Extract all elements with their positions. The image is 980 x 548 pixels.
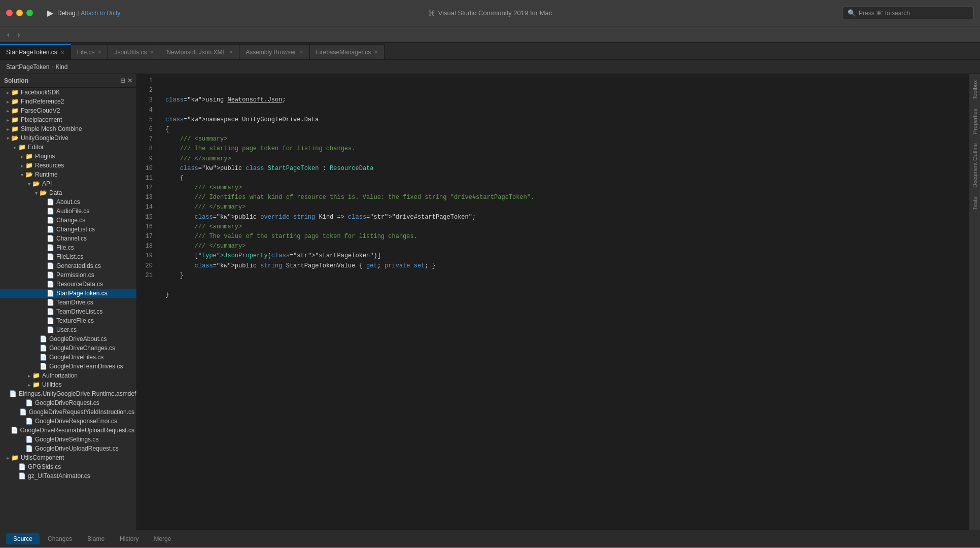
sidebar-item-teamdrive-cs[interactable]: 📄TeamDrive.cs	[0, 298, 136, 307]
sidebar-item-utilscomponent[interactable]: ▸📁UtilsComponent	[0, 453, 136, 462]
sidebar-item-plugins[interactable]: ▸📁Plugins	[0, 152, 136, 161]
sidebar-item-unitygoogledrive[interactable]: ▾📂UnityGoogleDrive	[0, 133, 136, 143]
sidebar-item-api[interactable]: ▾📂API	[0, 179, 136, 188]
sidebar-item-audiofile-cs[interactable]: 📄AudioFile.cs	[0, 207, 136, 216]
sidebar-expand-icon[interactable]: ⊟	[120, 77, 125, 84]
sidebar-item-facebooksdk[interactable]: ▸📁FacebookSDK	[0, 88, 136, 97]
tree-item-label: GoogleDriveFiles.cs	[49, 354, 103, 361]
cs-file-icon: 📄	[47, 308, 54, 315]
sidebar-item-googledrivechanges-cs[interactable]: 📄GoogleDriveChanges.cs	[0, 344, 136, 353]
search-bar[interactable]: 🔍 Press ⌘' to search	[842, 7, 974, 19]
sidebar-item-startpagetoken-cs[interactable]: 📄StartPageToken.cs	[0, 289, 136, 298]
tab-close-icon[interactable]: ✕	[150, 49, 154, 55]
code-line	[165, 281, 963, 290]
code-area[interactable]: class="kw">using Newtonsoft.Json; class=…	[159, 74, 969, 530]
sidebar-item-simple-mesh-combine[interactable]: ▸📁Simple Mesh Combine	[0, 124, 136, 133]
line-number: 6	[141, 125, 155, 134]
folder-icon: 📁	[11, 454, 19, 461]
sidebar-item-data[interactable]: ▾📂Data	[0, 188, 136, 197]
cs-file-icon: 📄	[47, 290, 54, 297]
sidebar-item-resourcedata-cs[interactable]: 📄ResourceData.cs	[0, 280, 136, 289]
tree-item-label: ParseCloudV2	[21, 107, 60, 114]
btab-source[interactable]: Source	[6, 533, 40, 544]
forward-button[interactable]: ›	[15, 29, 23, 40]
btab-blame[interactable]: Blame	[80, 533, 112, 544]
sidebar-item-eiringus-unitygoogledrive-runtime-asmdef[interactable]: 📄Eiringus.UnityGoogleDrive.Runtime.asmde…	[0, 389, 136, 398]
folder-arrow-icon: ▾	[25, 181, 32, 187]
back-button[interactable]: ‹	[4, 29, 13, 40]
sidebar-item-googledriverequest-cs[interactable]: 📄GoogleDriveRequest.cs	[0, 398, 136, 407]
sidebar-item-runtime[interactable]: ▾📂Runtime	[0, 170, 136, 179]
tab-firebasemanager-cs[interactable]: FirebaseManager.cs✕	[310, 44, 385, 59]
sidebar-item-channel-cs[interactable]: 📄Channel.cs	[0, 234, 136, 243]
tab-jsonutils-cs[interactable]: JsonUtils.cs✕	[108, 44, 160, 59]
line-number: 10	[141, 164, 155, 174]
tab-close-icon[interactable]: ✕	[60, 50, 64, 55]
document-outline-tab[interactable]: Document Outline	[970, 139, 980, 192]
sidebar-item-pixelplacement[interactable]: ▸📁Pixelplacement	[0, 115, 136, 124]
sidebar-item-findreference2[interactable]: ▸📁FindReference2	[0, 97, 136, 106]
tab-close-icon[interactable]: ✕	[97, 49, 101, 55]
tab-newtonsoft-json-xml[interactable]: Newtonsoft.Json.XML✕	[160, 44, 239, 59]
cs-file-icon: 📄	[40, 345, 47, 352]
sidebar-item-permission-cs[interactable]: 📄Permission.cs	[0, 270, 136, 280]
sidebar-item-googledriveteamdrives-cs[interactable]: 📄GoogleDriveTeamDrives.cs	[0, 362, 136, 371]
tab-assembly-browser[interactable]: Assembly Browser✕	[239, 44, 309, 59]
sidebar-item-generatedids-cs[interactable]: 📄GeneratedIds.cs	[0, 261, 136, 270]
tab-file-cs[interactable]: File.cs✕	[71, 44, 109, 59]
tab-close-icon[interactable]: ✕	[374, 49, 378, 55]
sidebar-item-googledriverequestyieldinstruction-cs[interactable]: 📄GoogleDriveRequestYieldInstruction.cs	[0, 407, 136, 417]
sidebar-item-resources[interactable]: ▸📁Resources	[0, 161, 136, 170]
minimize-button[interactable]	[16, 10, 23, 16]
sidebar-item-gz-uitoastanimator-cs[interactable]: 📄gz_UIToastAnimator.cs	[0, 471, 136, 481]
solution-explorer: Solution ⊟ ✕ ▸📁FacebookSDK▸📁FindReferenc…	[0, 74, 137, 530]
sidebar-item-teamdrivelist-cs[interactable]: 📄TeamDriveList.cs	[0, 307, 136, 316]
line-number: 20	[141, 261, 155, 271]
btab-history[interactable]: History	[113, 533, 146, 544]
sidebar-close-icon[interactable]: ✕	[127, 77, 132, 84]
sidebar-item-parsecloudv2[interactable]: ▸📁ParseCloudV2	[0, 106, 136, 115]
folder-icon: 📂	[25, 171, 33, 178]
tab-startpagetoken-cs[interactable]: StartPageToken.cs✕	[0, 44, 71, 59]
sidebar-item-googledriveresponseerror-cs[interactable]: 📄GoogleDriveResponseError.cs	[0, 417, 136, 426]
sidebar-item-filelist-cs[interactable]: 📄FileList.cs	[0, 252, 136, 261]
tree-item-label: FindReference2	[21, 98, 64, 105]
attach-to-unity-label[interactable]: Attach to Unity	[81, 10, 120, 17]
sidebar-item-change-cs[interactable]: 📄Change.cs	[0, 216, 136, 225]
properties-tab[interactable]: Properties	[970, 105, 980, 138]
sidebar-item-googledrivesettings-cs[interactable]: 📄GoogleDriveSettings.cs	[0, 435, 136, 444]
sidebar-item-googledrivefiles-cs[interactable]: 📄GoogleDriveFiles.cs	[0, 353, 136, 362]
btab-changes[interactable]: Changes	[41, 533, 79, 544]
sidebar-item-gpgsids-cs[interactable]: 📄GPGSids.cs	[0, 462, 136, 471]
cs-file-icon: 📄	[47, 226, 54, 233]
sidebar-item-utilities[interactable]: ▸📁Utilities	[0, 380, 136, 389]
sidebar-item-googledriveuploadrequest-cs[interactable]: 📄GoogleDriveUploadRequest.cs	[0, 444, 136, 453]
cs-file-icon: 📄	[9, 390, 17, 397]
line-number: 11	[141, 174, 155, 183]
tree-item-label: ChangeList.cs	[56, 226, 95, 233]
sidebar-item-editor[interactable]: ▸📁Editor	[0, 143, 136, 152]
sidebar-item-changelist-cs[interactable]: 📄ChangeList.cs	[0, 225, 136, 234]
run-button[interactable]: ▶	[47, 8, 53, 18]
code-line: }	[165, 290, 963, 300]
sidebar-item-authorization[interactable]: ▸📁Authorization	[0, 371, 136, 380]
sidebar-item-file-cs[interactable]: 📄File.cs	[0, 243, 136, 252]
sidebar-item-user-cs[interactable]: 📄User.cs	[0, 325, 136, 334]
sidebar-item-googledriveresumableuploadrequest-cs[interactable]: 📄GoogleDriveResumableUploadRequest.cs	[0, 426, 136, 435]
close-button[interactable]	[6, 10, 13, 16]
tree-item-label: Pixelplacement	[21, 116, 62, 123]
tab-close-icon[interactable]: ✕	[229, 49, 233, 55]
tree-item-label: API	[42, 180, 52, 187]
tree-item-label: UnityGoogleDrive	[21, 134, 68, 142]
sidebar-item-googledriveabout-cs[interactable]: 📄GoogleDriveAbout.cs	[0, 334, 136, 344]
folder-arrow-icon: ▸	[4, 117, 11, 123]
sidebar-item-about-cs[interactable]: 📄About.cs	[0, 197, 136, 207]
tab-close-icon[interactable]: ✕	[299, 49, 303, 55]
sidebar-item-texturefile-cs[interactable]: 📄TextureFile.cs	[0, 316, 136, 325]
toolbox-tab[interactable]: Toolbox	[970, 76, 980, 104]
fullscreen-button[interactable]	[26, 10, 33, 16]
btab-merge[interactable]: Merge	[147, 533, 178, 544]
tests-tab[interactable]: Tests	[970, 193, 980, 214]
line-number: 4	[141, 106, 155, 115]
tree-item-label: GoogleDriveTeamDrives.cs	[49, 363, 123, 370]
